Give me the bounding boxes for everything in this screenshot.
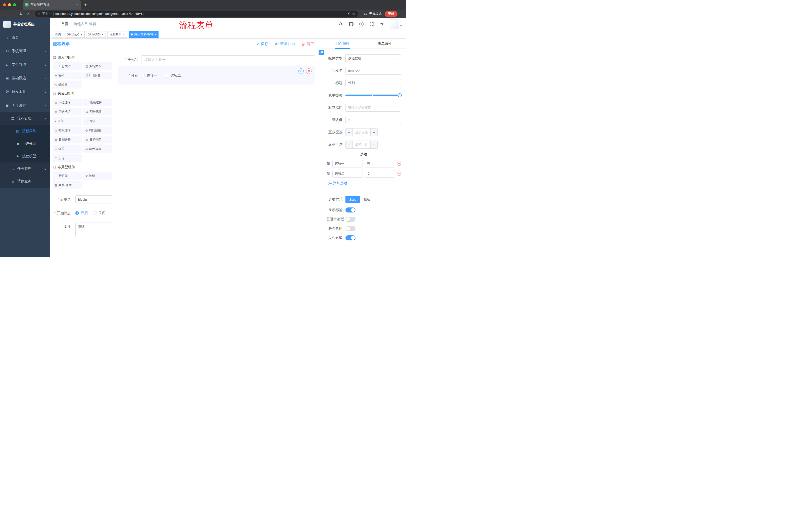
field-name-input[interactable] [345,66,401,75]
component-item[interactable]: ▩ 表格[开发中] [53,181,82,189]
view-tag[interactable]: 流程定义 × [65,31,85,38]
component-item[interactable]: ◉ 单选框组 [53,108,82,115]
component-item[interactable]: ⌥ 级联选择 [83,99,112,106]
component-item[interactable]: ▦ 日期选择 [53,136,82,143]
drag-handle-icon[interactable] [326,172,330,176]
component-item[interactable]: ◫ 行容器 [53,172,82,180]
browser-home-icon[interactable]: ⌂ [25,10,32,17]
component-item[interactable]: ✱ 密码 [53,72,82,79]
component-item[interactable]: ◎ 下拉选择 [53,99,82,106]
increase-icon[interactable]: + [370,141,377,148]
tab-close-icon[interactable]: × [76,3,78,7]
toggle-switch[interactable] [345,208,355,213]
sidebar-subitem[interactable]: ☻ 用户分组 [0,137,50,150]
sidebar-logo[interactable]: 芋道管理系统 [0,18,50,31]
browser-menu-kebab-icon[interactable]: ⋮ [399,11,404,16]
hamburger-icon[interactable]: ≡ [54,21,58,27]
default-value-input[interactable] [345,116,401,124]
sidebar-item[interactable]: ⌥ 任务管理 ∨ [0,162,50,175]
sidebar-item[interactable]: ⚒ 研发工具 ∨ [0,85,50,99]
label-width-input[interactable] [345,104,401,112]
phone-input[interactable] [141,55,315,64]
grid-slider[interactable] [345,91,401,99]
remove-option-icon[interactable] [397,172,401,176]
forward-icon[interactable]: → [10,10,17,17]
component-item[interactable]: ◷ 时间选择 [53,127,82,134]
bookmark-star-icon[interactable]: ☆ [352,12,355,16]
tag-close-icon[interactable]: × [102,33,104,36]
option-name-input[interactable] [332,170,363,178]
toggle-switch[interactable] [345,217,355,222]
save-button[interactable]: ✓ 保存 [257,42,268,46]
decrease-icon[interactable]: − [346,141,353,148]
delete-widget-button[interactable] [306,69,312,74]
drag-handle-icon[interactable] [326,162,330,166]
sidebar-item-process-management[interactable]: ≣ 流程管理 ∧ [0,112,50,125]
component-item[interactable]: ✜ 按钮 [83,172,112,180]
status-radio-off[interactable]: 关闭 [93,211,106,215]
sidebar-item[interactable]: ⊞ 工作流程 ∧ [0,99,50,112]
form-canvas[interactable]: 手机号 性别 [115,49,321,257]
component-item[interactable]: ⊷ 滑块 [83,117,112,125]
component-type-select[interactable]: 多选框组 ∨ [345,54,401,62]
checkbox-option[interactable]: 选项二 [165,74,181,78]
password-key-icon[interactable] [346,12,350,16]
sidebar-subitem[interactable]: ➤ 流程模型 [0,150,50,162]
window-zoom-button[interactable] [13,3,16,6]
add-option-button[interactable]: 添加选项 [328,181,401,186]
option-style-button[interactable]: 按钮 [360,196,374,203]
sidebar-item[interactable]: ¥ 支付管理 ∨ [0,58,50,72]
component-item[interactable]: ▤ 多行文本 [83,62,112,70]
window-minimize-button[interactable] [8,3,11,6]
view-tag[interactable]: 首页 × [53,31,63,38]
back-icon[interactable]: ← [2,10,9,17]
decrease-icon[interactable]: − [346,129,353,136]
github-icon[interactable] [348,21,353,27]
remove-option-icon[interactable] [397,162,401,166]
component-item[interactable]: ◍ 颜色选择 [83,145,112,153]
sidebar-item[interactable]: ⌂ 首页 [0,31,50,44]
sidebar-subitem[interactable]: ▤ 流程表单 [0,125,50,137]
remark-textarea[interactable]: 嘿嘿 [76,222,113,237]
option-value-input[interactable] [365,170,395,178]
component-item[interactable]: ▧ 日期范围 [83,136,112,143]
reload-icon[interactable]: ↻ [18,10,24,17]
component-item[interactable]: ↥ 上传 [53,154,82,162]
tag-close-icon[interactable]: × [154,33,156,36]
status-radio-on[interactable]: 开启 [76,211,88,215]
increase-icon[interactable]: + [370,129,377,136]
checkbox-box-icon[interactable] [165,74,168,77]
user-avatar[interactable]: ∨ [390,19,402,29]
component-item[interactable]: ☑ 多选框组 [83,108,112,115]
browser-tab[interactable]: 芋道管理系统 × [23,0,81,9]
view-tag[interactable]: 流程表单 × [107,31,127,38]
checkbox-option[interactable]: 选项一 [141,74,157,78]
view-json-button[interactable]: 查看json [274,42,295,46]
view-tag[interactable]: 流程表单-编辑 × [128,31,159,38]
component-item[interactable]: ▭ 单行文本 [53,62,82,70]
component-item[interactable]: ☆ 评分 [53,145,82,153]
tag-close-icon[interactable]: × [123,33,125,36]
component-item[interactable]: ◐ 开关 [53,117,82,125]
link-icon[interactable] [319,50,324,55]
toggle-switch[interactable] [345,226,355,231]
help-icon[interactable]: ? [359,21,364,27]
component-item[interactable]: 123 计数器 [83,72,112,79]
selected-widget-gender[interactable]: 性别 选项一 [118,66,315,84]
fullscreen-icon[interactable] [369,21,374,27]
search-icon[interactable] [338,21,343,27]
text-size-icon[interactable]: tT [379,21,384,27]
min-select-value[interactable]: 至少应选 [353,129,370,136]
component-item[interactable]: ◶ 时间范围 [83,127,112,134]
option-value-input[interactable] [365,160,395,167]
properties-tab[interactable]: 组件属性 [321,39,364,49]
copy-widget-button[interactable] [298,69,304,74]
form-name-input[interactable] [76,195,113,204]
clear-button[interactable]: 清空 [301,42,314,46]
toggle-switch[interactable] [345,235,355,240]
title-input[interactable] [345,79,401,87]
sidebar-item[interactable]: ☺ 请假查询 [0,175,50,188]
update-button[interactable]: 更新 [385,11,398,17]
phone-field-row[interactable]: 手机号 [118,55,315,64]
sidebar-item[interactable]: ▣ 基础设施 ∨ [0,72,50,85]
